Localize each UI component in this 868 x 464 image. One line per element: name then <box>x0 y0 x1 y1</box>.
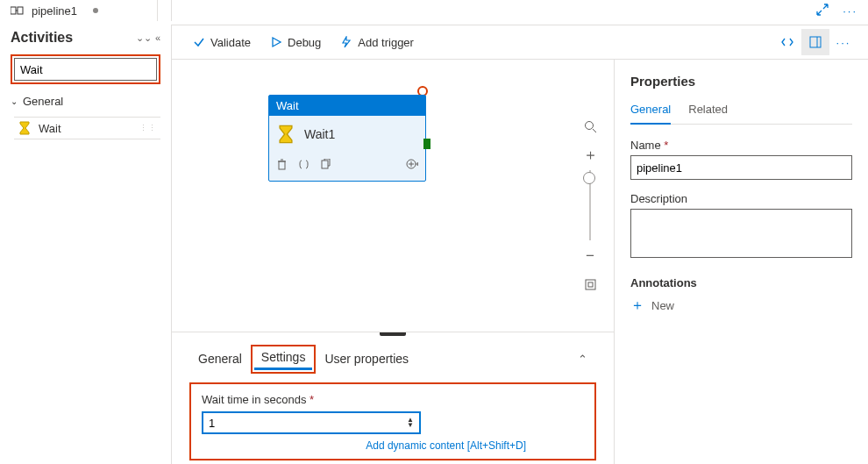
plus-icon: ＋ <box>630 296 644 315</box>
svg-rect-1 <box>18 7 23 14</box>
expand-icon[interactable] <box>813 0 832 22</box>
activity-label: Wait <box>39 122 61 135</box>
delete-icon[interactable] <box>276 159 288 173</box>
description-input[interactable] <box>630 209 852 258</box>
props-tab-related[interactable]: Related <box>688 103 728 124</box>
add-dynamic-content-link[interactable]: Add dynamic content [Alt+Shift+D] <box>202 439 526 452</box>
copy-icon[interactable] <box>320 159 331 173</box>
details-tab-general[interactable]: General <box>189 348 251 371</box>
divider <box>157 0 158 21</box>
pipeline-tab[interactable]: pipeline1 <box>11 4 98 18</box>
pipeline-canvas[interactable]: Wait Wait1 ＋ − <box>171 60 614 332</box>
props-tab-general[interactable]: General <box>630 103 671 125</box>
svg-rect-0 <box>11 7 16 14</box>
success-port[interactable] <box>423 139 430 149</box>
chevron-down-icon: ⌄ <box>11 96 18 106</box>
add-trigger-label: Add trigger <box>358 36 414 49</box>
svg-rect-10 <box>322 161 328 168</box>
tab-title: pipeline1 <box>32 4 77 18</box>
play-icon <box>270 36 282 48</box>
wait-time-label: Wait time in seconds * <box>202 393 584 406</box>
node-name: Wait1 <box>304 127 335 141</box>
unsaved-indicator <box>93 8 98 13</box>
settings-highlight-box: Wait time in seconds * ▲▼ Add dynamic co… <box>189 382 596 460</box>
toolbar-more-icon[interactable]: ··· <box>829 29 857 55</box>
hourglass-icon <box>18 121 32 135</box>
check-icon <box>193 36 205 48</box>
wait-activity-node[interactable]: Wait Wait1 <box>268 95 426 182</box>
add-output-icon[interactable] <box>405 158 418 174</box>
activities-title: Activities <box>11 30 73 46</box>
canvas-search-icon[interactable] <box>577 112 603 140</box>
debug-button[interactable]: Debug <box>270 36 321 49</box>
svg-rect-16 <box>586 280 595 289</box>
number-spinner[interactable]: ▲▼ <box>407 418 414 428</box>
hourglass-icon <box>276 125 295 144</box>
svg-rect-5 <box>810 37 821 47</box>
collapse-down-icon[interactable]: ⌄⌄ <box>136 32 152 44</box>
new-label: New <box>651 299 674 312</box>
properties-title: Properties <box>630 74 852 89</box>
collapse-left-icon[interactable]: « <box>155 32 160 44</box>
trigger-icon <box>340 36 352 48</box>
code-braces-icon[interactable] <box>298 159 309 173</box>
validate-button[interactable]: Validate <box>193 36 251 49</box>
search-highlight-box <box>11 54 160 84</box>
details-tab-userprops[interactable]: User properties <box>316 348 417 371</box>
more-icon[interactable]: ··· <box>839 1 861 21</box>
svg-rect-17 <box>588 282 593 287</box>
zoom-slider[interactable] <box>589 170 591 240</box>
svg-rect-7 <box>279 161 285 169</box>
debug-label: Debug <box>288 36 321 49</box>
resize-handle[interactable] <box>380 332 406 336</box>
group-general[interactable]: ⌄ General <box>11 95 160 108</box>
validate-label: Validate <box>210 36 251 49</box>
code-view-icon[interactable] <box>773 29 801 55</box>
details-tab-settings-highlight: Settings <box>251 345 317 374</box>
details-tab-settings[interactable]: Settings <box>254 348 313 370</box>
group-label: General <box>23 95 63 108</box>
zoom-in-button[interactable]: ＋ <box>577 140 603 168</box>
description-label: Description <box>630 192 852 205</box>
pipeline-icon <box>11 5 26 16</box>
pipeline-name-input[interactable] <box>630 155 852 180</box>
activity-wait[interactable]: Wait ⋮⋮ <box>14 117 160 139</box>
zoom-out-button[interactable]: − <box>577 242 603 270</box>
zoom-knob[interactable] <box>583 172 595 184</box>
node-type: Wait <box>269 96 425 116</box>
add-annotation-button[interactable]: ＋ New <box>630 296 852 315</box>
svg-point-14 <box>585 121 593 129</box>
collapse-details-icon[interactable]: ⌃ <box>578 353 587 366</box>
add-trigger-button[interactable]: Add trigger <box>340 36 414 49</box>
annotations-label: Annotations <box>630 276 852 289</box>
wait-time-input[interactable] <box>209 417 407 430</box>
drag-grip-icon: ⋮⋮ <box>139 124 157 132</box>
activities-search-input[interactable] <box>20 63 167 76</box>
properties-toggle-icon[interactable] <box>801 29 829 55</box>
fit-screen-icon[interactable] <box>577 270 603 298</box>
name-label: Name * <box>630 139 852 152</box>
svg-line-15 <box>593 129 596 132</box>
